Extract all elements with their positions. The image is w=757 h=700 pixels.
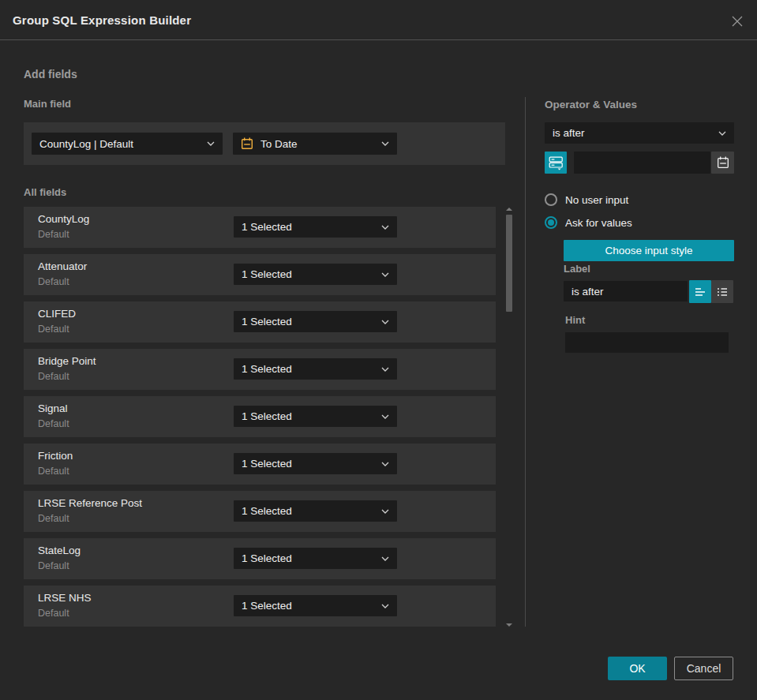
field-subtitle: Default xyxy=(38,229,69,240)
calendar-icon-svg xyxy=(241,137,253,150)
scrollbar[interactable] xyxy=(505,206,513,627)
choose-input-style-button[interactable]: Choose input style xyxy=(564,240,734,261)
radio-label: No user input xyxy=(565,194,628,206)
label-field-label: Label xyxy=(564,263,590,275)
list-input-style-button[interactable] xyxy=(711,280,733,303)
field-name: LRSE Reference Post xyxy=(38,497,142,509)
field-name: Friction xyxy=(38,450,73,462)
all-fields-list: CountyLog Default 1 Selected Attenuator … xyxy=(24,207,496,627)
field-subtitle: Default xyxy=(38,513,69,524)
field-selected-dropdown-label: 1 Selected xyxy=(242,458,375,470)
ok-button[interactable]: OK xyxy=(608,657,667,680)
chevron-down-icon xyxy=(718,131,726,136)
field-row: LRSE Reference Post Default 1 Selected xyxy=(24,491,496,532)
cancel-button[interactable]: Cancel xyxy=(674,657,733,680)
add-fields-heading: Add fields xyxy=(24,68,77,80)
field-name: Signal xyxy=(38,402,68,414)
field-selected-dropdown-label: 1 Selected xyxy=(242,410,375,422)
value-input-row xyxy=(545,152,734,174)
field-selected-dropdown[interactable]: 1 Selected xyxy=(234,311,397,332)
field-selected-dropdown[interactable]: 1 Selected xyxy=(234,548,397,569)
all-fields-label: All fields xyxy=(24,186,66,198)
field-selected-dropdown[interactable]: 1 Selected xyxy=(234,216,397,238)
main-field-select[interactable]: CountyLog | Default xyxy=(32,133,223,155)
hint-input[interactable] xyxy=(565,332,729,353)
field-row: CountyLog Default 1 Selected xyxy=(24,207,496,248)
field-selected-dropdown[interactable]: 1 Selected xyxy=(234,358,397,380)
chevron-down-icon xyxy=(381,141,389,146)
dialog-title: Group SQL Expression Builder xyxy=(0,13,191,27)
field-row: StateLog Default 1 Selected xyxy=(24,538,496,579)
close-icon[interactable] xyxy=(729,13,746,30)
scrollbar-up-arrow-icon[interactable] xyxy=(506,208,512,211)
field-name: CLIFED xyxy=(38,308,76,320)
chevron-down-icon xyxy=(381,462,389,466)
chevron-down-icon xyxy=(381,367,389,372)
vertical-divider xyxy=(525,97,526,627)
radio-label: Ask for values xyxy=(565,217,632,229)
field-name: StateLog xyxy=(38,545,81,556)
radio-circle xyxy=(545,193,557,206)
operator-select-value: is after xyxy=(553,127,712,139)
scrollbar-thumb[interactable] xyxy=(506,215,512,312)
field-subtitle: Default xyxy=(38,466,69,477)
chevron-down-icon xyxy=(381,320,389,324)
field-row: Attenuator Default 1 Selected xyxy=(24,254,496,295)
main-field-select-value: CountyLog | Default xyxy=(39,138,200,150)
chevron-down-icon xyxy=(207,141,215,146)
set-value-from-fields-button[interactable] xyxy=(545,152,567,174)
hint-field-label: Hint xyxy=(565,314,585,326)
chevron-down-icon xyxy=(381,509,389,514)
date-picker-button[interactable] xyxy=(711,152,734,174)
field-selected-dropdown-label: 1 Selected xyxy=(242,268,375,280)
field-selected-dropdown[interactable]: 1 Selected xyxy=(234,500,397,522)
field-selected-dropdown-label: 1 Selected xyxy=(242,505,375,517)
field-selected-dropdown-label: 1 Selected xyxy=(242,363,375,375)
field-name: LRSE NHS xyxy=(38,592,92,604)
group-sql-expression-builder-dialog: Group SQL Expression Builder Add fields … xyxy=(0,0,757,700)
dialog-header: Group SQL Expression Builder xyxy=(0,0,757,40)
field-subtitle: Default xyxy=(38,324,69,335)
chevron-down-icon xyxy=(381,414,389,419)
chevron-down-icon xyxy=(381,272,389,277)
field-selected-dropdown-label: 1 Selected xyxy=(242,552,375,564)
field-row: Signal Default 1 Selected xyxy=(24,396,496,437)
field-subtitle: Default xyxy=(38,560,69,571)
bulleted-list-icon xyxy=(716,286,729,298)
calendar-icon xyxy=(241,137,253,150)
radio-ask-for-values[interactable]: Ask for values xyxy=(545,216,632,229)
field-name: Attenuator xyxy=(38,260,87,272)
field-row: LRSE NHS Default 1 Selected xyxy=(24,586,496,627)
label-input[interactable] xyxy=(564,281,688,301)
field-name: CountyLog xyxy=(38,213,89,225)
field-selected-dropdown-label: 1 Selected xyxy=(242,600,375,612)
stacked-values-icon xyxy=(549,155,564,170)
main-field-date-value: To Date xyxy=(260,138,375,150)
field-subtitle: Default xyxy=(38,276,69,287)
radio-no-user-input[interactable]: No user input xyxy=(545,193,628,206)
radio-circle xyxy=(545,216,557,229)
field-selected-dropdown[interactable]: 1 Selected xyxy=(234,264,397,285)
field-subtitle: Default xyxy=(38,371,69,382)
main-field-panel: CountyLog | Default To Date xyxy=(24,122,505,165)
scrollbar-down-arrow-icon[interactable] xyxy=(506,623,512,627)
text-input-style-button[interactable] xyxy=(689,280,711,303)
date-value-input[interactable] xyxy=(574,152,710,174)
operator-select[interactable]: is after xyxy=(545,122,734,144)
main-field-label: Main field xyxy=(24,98,71,110)
field-selected-dropdown[interactable]: 1 Selected xyxy=(234,595,397,616)
field-selected-dropdown-label: 1 Selected xyxy=(242,316,375,328)
align-left-icon xyxy=(694,286,706,298)
calendar-icon xyxy=(717,156,729,169)
chevron-down-icon xyxy=(381,556,389,561)
main-field-date-select[interactable]: To Date xyxy=(233,133,397,155)
field-selected-dropdown[interactable]: 1 Selected xyxy=(234,406,397,427)
operator-values-heading: Operator & Values xyxy=(545,99,637,110)
field-row: Friction Default 1 Selected xyxy=(24,444,496,485)
field-name: Bridge Point xyxy=(38,355,96,367)
field-selected-dropdown[interactable]: 1 Selected xyxy=(234,453,397,474)
field-subtitle: Default xyxy=(38,608,69,619)
field-row: CLIFED Default 1 Selected xyxy=(24,301,496,343)
chevron-down-icon xyxy=(381,604,389,608)
chevron-down-icon xyxy=(381,225,389,230)
